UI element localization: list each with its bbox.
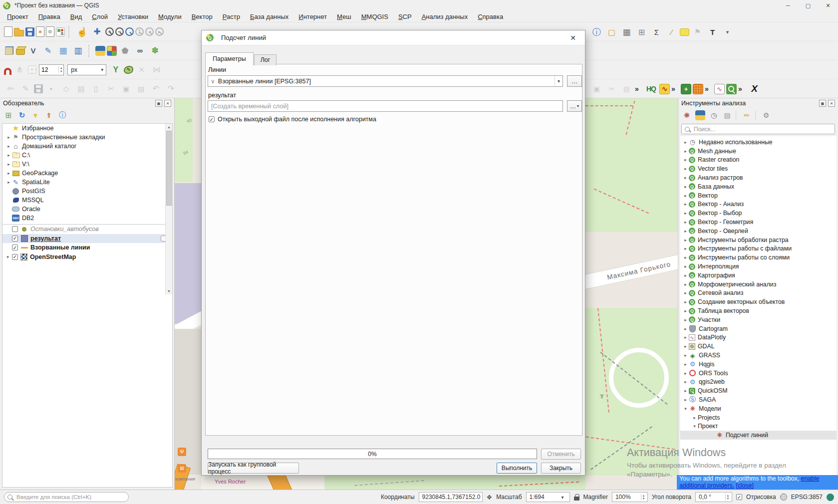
expand-arrow-icon[interactable]: ▸ — [682, 229, 689, 234]
browser-item[interactable]: Oracle — [2, 205, 172, 214]
run-as-batch-button[interactable]: Запускать как групповой процесс — [208, 463, 299, 474]
expand-arrow-icon[interactable]: ▸ — [682, 184, 689, 189]
open-attribute-table-icon[interactable]: ▦ — [620, 25, 633, 39]
menu-item[interactable]: Установки — [113, 12, 153, 21]
expand-arrow-icon[interactable]: ▸ — [682, 246, 689, 251]
crs-indicator[interactable]: EPSG:3857 — [791, 494, 823, 501]
toolbox-item[interactable]: ▸ Projects — [680, 413, 837, 422]
raster-plugin-icon[interactable]: + — [681, 84, 691, 94]
expand-arrow-icon[interactable]: ▸ — [682, 193, 689, 198]
measure-icon[interactable]: ∕ — [665, 25, 678, 39]
toolbar-overflow-icon[interactable]: » — [635, 85, 643, 93]
junction-icon[interactable]: Υ — [109, 63, 122, 76]
symbol-size-spinbox[interactable]: ▴▾ — [39, 64, 64, 75]
log-icon[interactable]: ▤ — [722, 110, 732, 120]
route-plugin-icon[interactable]: ∿ — [659, 84, 670, 94]
toolbox-item[interactable]: ❋ Подсчет линий — [680, 431, 837, 440]
expand-arrow-icon[interactable]: ▸ — [682, 371, 689, 376]
expand-arrow-icon[interactable]: ▸ — [682, 344, 689, 349]
toolbox-item[interactable]: ▸ Q Анализ растров — [680, 173, 837, 182]
zoom-native-icon[interactable]: 1 — [135, 27, 144, 36]
collapse-all-icon[interactable]: ⇑ — [44, 110, 54, 120]
paste-features-icon[interactable]: ▤ — [134, 82, 148, 95]
expand-arrow-icon[interactable]: ▸ — [682, 255, 689, 260]
pan-to-selection-icon[interactable]: ✚ — [90, 25, 104, 38]
layer-visibility-checkbox[interactable]: ✓ — [12, 236, 18, 242]
zoom-last-icon[interactable]: ◂ — [145, 27, 154, 36]
clear-icon[interactable]: ✕ — [135, 63, 148, 76]
save-project-icon[interactable] — [25, 27, 34, 36]
zoom-out-icon[interactable]: − — [115, 27, 124, 36]
expand-arrow-icon[interactable]: ▸ — [691, 415, 698, 420]
result-input[interactable] — [208, 100, 563, 112]
toolbox-item[interactable]: ▸ Cartogram — [680, 324, 837, 333]
expand-arrow-icon[interactable]: ▸ — [682, 202, 689, 207]
cut-style-icon[interactable]: ✂ — [605, 82, 618, 96]
lock-scale-icon[interactable] — [574, 497, 579, 501]
open-project-icon[interactable] — [14, 30, 24, 36]
browser-item[interactable]: PostGIS — [2, 187, 172, 196]
toolbox-search[interactable] — [681, 124, 835, 134]
browser-item[interactable]: ▸ ✎ SpatiaLite — [2, 178, 172, 187]
browser-item[interactable]: ▸ ⚑ Пространственные закладки — [2, 133, 172, 142]
expand-arrow-icon[interactable]: ▾ — [682, 406, 689, 411]
add-mesh-layer-icon[interactable]: ▦ — [56, 44, 70, 57]
expand-arrow-icon[interactable]: ▸ — [682, 211, 689, 216]
expand-arrow-icon[interactable]: ▸ — [682, 299, 689, 304]
scrollbar[interactable]: ▲ ▼ — [165, 124, 172, 294]
toolbox-item[interactable]: ▸ Q Инструменты работы с файлами — [680, 245, 837, 253]
toolbox-item[interactable]: ▸ Q Вектор - Геометрия — [680, 218, 837, 227]
expand-arrow-icon[interactable]: ▸ — [682, 140, 689, 145]
expand-arrow-icon[interactable]: ▸ — [5, 135, 12, 140]
browser-item[interactable]: ▸ C:\ — [2, 151, 172, 160]
expand-arrow-icon[interactable]: ▸ — [682, 149, 689, 154]
toolbox-item[interactable]: ▸ ⚙ qgis2web — [680, 378, 837, 387]
layout-manager-icon[interactable]: ⚙ — [46, 26, 54, 37]
paste-style-icon[interactable]: ▣ — [590, 82, 603, 96]
expand-arrow-icon[interactable]: ▸ — [682, 220, 689, 225]
scale-combobox[interactable]: 1:694▾ — [526, 492, 570, 502]
run-button[interactable]: Выполнить — [497, 463, 537, 474]
menu-item[interactable]: Вид — [65, 12, 87, 21]
snapping-magnet-icon[interactable] — [4, 68, 11, 75]
toolbox-item[interactable]: ▸ Q Вектор - Анализ — [680, 200, 837, 209]
expand-arrow-icon[interactable]: ▸ — [5, 180, 12, 185]
toolbar-overflow-icon[interactable]: » — [671, 85, 679, 93]
expand-arrow-icon[interactable]: ▸ — [682, 335, 689, 340]
display-dots-icon[interactable] — [28, 65, 36, 74]
menu-item[interactable]: Растр — [218, 12, 245, 21]
expand-arrow-icon[interactable]: ▸ — [5, 171, 12, 176]
minimize-button[interactable]: ─ — [778, 0, 798, 11]
toolbox-item[interactable]: ▸ ◷ Недавно использованные — [680, 138, 837, 147]
menu-item[interactable]: Вектор — [187, 12, 218, 21]
menu-item[interactable]: Интернет — [293, 12, 332, 21]
toolbox-item[interactable]: ▸ Q Инструменты работы со слоями — [680, 253, 837, 262]
properties-info-icon[interactable]: ⓘ — [57, 110, 67, 120]
menu-item[interactable]: Слой — [87, 12, 113, 21]
layer-visibility-checkbox[interactable]: ✓ — [12, 254, 18, 260]
filter-browser-icon[interactable]: ▼ — [30, 110, 40, 120]
add-vector-layer-icon[interactable]: V — [26, 44, 40, 57]
expand-arrow-icon[interactable]: ▸ — [682, 175, 689, 180]
modify-attributes-icon[interactable]: ▤ — [74, 82, 88, 95]
toolbox-item[interactable]: ▸ Q Сетевой анализ — [680, 289, 837, 298]
toolbox-item[interactable]: ▸ Ⓢ SAGA — [680, 395, 837, 404]
toolbox-item[interactable]: ▸ Q Участки — [680, 315, 837, 324]
models-icon[interactable]: ❋ — [682, 110, 692, 120]
saga-x-icon[interactable]: X — [748, 82, 761, 96]
expand-arrow-icon[interactable]: ▸ — [682, 397, 689, 402]
zoom-full-icon[interactable] — [125, 27, 134, 36]
tab-log[interactable]: Лог — [254, 54, 277, 65]
browser-item[interactable]: ★ Избранное — [2, 124, 172, 133]
close-button[interactable]: ✕ — [818, 0, 838, 11]
refresh-icon[interactable]: ↻ — [17, 110, 27, 120]
add-geopackage-layer-icon[interactable] — [16, 49, 25, 55]
expand-arrow-icon[interactable]: ▸ — [682, 362, 689, 367]
toolbox-item[interactable]: ▸ Q Raster creation — [680, 156, 837, 165]
expand-arrow-icon[interactable]: ▸ — [682, 308, 689, 313]
history-icon[interactable]: ◷ — [709, 110, 719, 120]
toolbox-item[interactable]: ▸ Q Вектор — [680, 191, 837, 200]
browser-item[interactable]: DB2 DB2 — [2, 214, 172, 223]
close-panel-icon[interactable]: ✕ — [828, 100, 835, 107]
scroll-up-icon[interactable]: ▲ — [166, 124, 172, 130]
